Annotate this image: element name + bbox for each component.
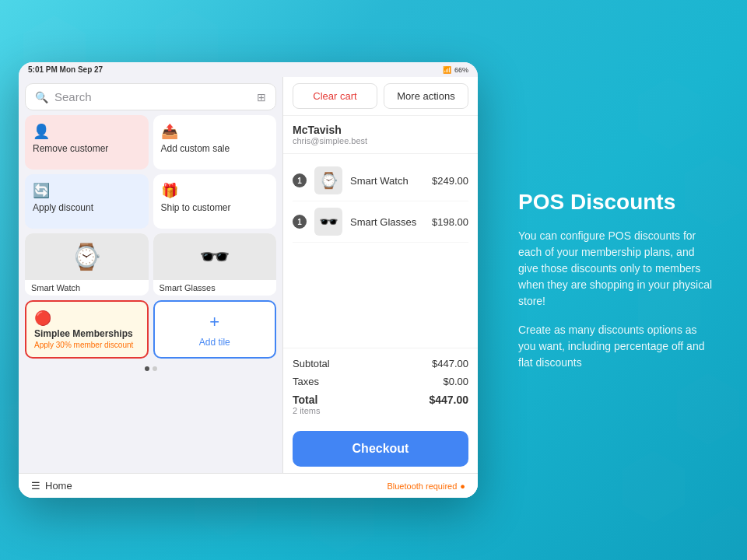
cart-panel: Clear cart More actions McTavish chris@s… bbox=[283, 77, 478, 473]
item-thumb-1: 🕶️ bbox=[314, 208, 342, 236]
add-custom-sale-tile[interactable]: 📤 Add custom sale bbox=[153, 115, 277, 170]
taxes-value: $0.00 bbox=[443, 376, 468, 387]
cart-item-1: 1 🕶️ Smart Glasses $198.00 bbox=[293, 201, 468, 243]
pagination-dots bbox=[25, 363, 276, 374]
ipad-mockup: 5:01 PM Mon Sep 27 📶 66% 🔍 Search ⊞ bbox=[19, 62, 478, 498]
clear-cart-button[interactable]: Clear cart bbox=[293, 83, 377, 109]
status-icons: 📶 66% bbox=[443, 66, 468, 74]
status-time: 5:01 PM Mon Sep 27 bbox=[28, 65, 103, 74]
app-content: 🔍 Search ⊞ 👤 Remove customer 📤 Add custo… bbox=[19, 77, 478, 498]
checkout-button[interactable]: Checkout bbox=[293, 431, 468, 467]
ship-to-customer-tile[interactable]: 🎁 Ship to customer bbox=[153, 174, 277, 229]
battery-icon: 66% bbox=[454, 66, 468, 74]
bluetooth-info: Bluetooth required ● bbox=[387, 481, 465, 491]
dot-2 bbox=[153, 366, 157, 371]
smart-watch-label: Smart Watch bbox=[25, 280, 149, 296]
item-price-1: $198.00 bbox=[432, 216, 468, 228]
add-tile-plus-icon: + bbox=[209, 312, 219, 332]
ship-to-customer-icon: 🎁 bbox=[161, 182, 269, 199]
apply-discount-tile[interactable]: 🔄 Apply discount bbox=[25, 174, 149, 229]
membership-discount: Apply 30% member discount bbox=[34, 341, 139, 349]
bluetooth-label: Bluetooth required bbox=[387, 481, 457, 491]
remove-customer-icon: 👤 bbox=[33, 123, 141, 140]
hamburger-icon: ☰ bbox=[31, 480, 40, 492]
remove-customer-tile[interactable]: 👤 Remove customer bbox=[25, 115, 149, 170]
action-tiles-grid: 👤 Remove customer 📤 Add custom sale 🔄 Ap… bbox=[25, 115, 276, 229]
left-panel: 🔍 Search ⊞ 👤 Remove customer 📤 Add custo… bbox=[19, 77, 283, 473]
info-panel: POS Discounts You can configure POS disc… bbox=[503, 173, 728, 387]
total-row: Total 2 items $447.00 bbox=[293, 390, 468, 418]
subtotal-row: Subtotal $447.00 bbox=[293, 355, 468, 373]
item-name-0: Smart Watch bbox=[350, 175, 424, 187]
item-qty-0: 1 bbox=[293, 173, 307, 187]
info-title: POS Discounts bbox=[518, 189, 713, 215]
item-price-0: $249.00 bbox=[432, 175, 468, 187]
info-body-2: Create as many discounts options as you … bbox=[518, 322, 713, 371]
cart-item-0: 1 ⌚ Smart Watch $249.00 bbox=[293, 160, 468, 201]
total-label: Total bbox=[293, 394, 320, 406]
membership-icon: 🔴 bbox=[34, 310, 139, 327]
subtotal-value: $447.00 bbox=[432, 358, 468, 369]
split-view: 🔍 Search ⊞ 👤 Remove customer 📤 Add custo… bbox=[19, 77, 478, 473]
subtotal-label: Subtotal bbox=[293, 358, 330, 369]
smart-glasses-tile[interactable]: 🕶️ Smart Glasses bbox=[153, 233, 277, 296]
cart-totals: Subtotal $447.00 Taxes $0.00 Total 2 ite… bbox=[283, 348, 478, 425]
item-qty-1: 1 bbox=[293, 215, 307, 229]
customer-name: McTavish bbox=[293, 124, 468, 136]
total-items: 2 items bbox=[293, 406, 320, 415]
taxes-label: Taxes bbox=[293, 376, 319, 387]
status-bar: 5:01 PM Mon Sep 27 📶 66% bbox=[19, 62, 478, 77]
search-icon: 🔍 bbox=[35, 91, 48, 103]
wifi-icon: 📶 bbox=[443, 66, 451, 74]
add-tile-label: Add tile bbox=[199, 337, 230, 348]
scan-icon: ⊞ bbox=[257, 91, 266, 103]
remove-customer-label: Remove customer bbox=[33, 143, 141, 154]
bottom-tiles-grid: 🔴 Simplee Memberships Apply 30% member d… bbox=[25, 300, 276, 359]
cart-header: Clear cart More actions bbox=[283, 77, 478, 116]
nav-home[interactable]: ☰ Home bbox=[31, 480, 72, 492]
product-grid: ⌚ Smart Watch 🕶️ Smart Glasses bbox=[25, 233, 276, 296]
smart-watch-image: ⌚ bbox=[25, 233, 149, 280]
customer-info: McTavish chris@simplee.best bbox=[283, 116, 478, 154]
smart-watch-tile[interactable]: ⌚ Smart Watch bbox=[25, 233, 149, 296]
cart-items-list: 1 ⌚ Smart Watch $249.00 1 🕶️ Smart Glass… bbox=[283, 154, 478, 348]
home-label: Home bbox=[45, 480, 72, 492]
more-actions-button[interactable]: More actions bbox=[384, 83, 468, 109]
add-tile[interactable]: + Add tile bbox=[153, 300, 277, 359]
membership-tile[interactable]: 🔴 Simplee Memberships Apply 30% member d… bbox=[25, 300, 149, 359]
total-value: $447.00 bbox=[429, 394, 468, 415]
add-custom-sale-label: Add custom sale bbox=[161, 143, 269, 154]
apply-discount-icon: 🔄 bbox=[33, 182, 141, 199]
bottom-nav: ☰ Home Bluetooth required ● bbox=[19, 473, 478, 498]
search-input[interactable]: Search bbox=[54, 90, 251, 103]
dot-1 bbox=[145, 366, 149, 371]
main-container: 5:01 PM Mon Sep 27 📶 66% 🔍 Search ⊞ bbox=[0, 0, 747, 560]
taxes-row: Taxes $0.00 bbox=[293, 373, 468, 390]
item-thumb-0: ⌚ bbox=[314, 166, 342, 194]
total-label-group: Total 2 items bbox=[293, 394, 320, 415]
info-body-1: You can configure POS discounts for each… bbox=[518, 228, 713, 310]
apply-discount-label: Apply discount bbox=[33, 202, 141, 213]
membership-name: Simplee Memberships bbox=[34, 328, 139, 339]
ship-to-customer-label: Ship to customer bbox=[161, 202, 269, 213]
item-name-1: Smart Glasses bbox=[350, 216, 424, 228]
customer-email: chris@simplee.best bbox=[293, 136, 468, 145]
smart-glasses-image: 🕶️ bbox=[153, 233, 277, 280]
bluetooth-icon: ● bbox=[460, 481, 465, 491]
smart-glasses-label: Smart Glasses bbox=[153, 280, 277, 296]
add-custom-sale-icon: 📤 bbox=[161, 123, 269, 140]
search-bar[interactable]: 🔍 Search ⊞ bbox=[25, 83, 276, 110]
